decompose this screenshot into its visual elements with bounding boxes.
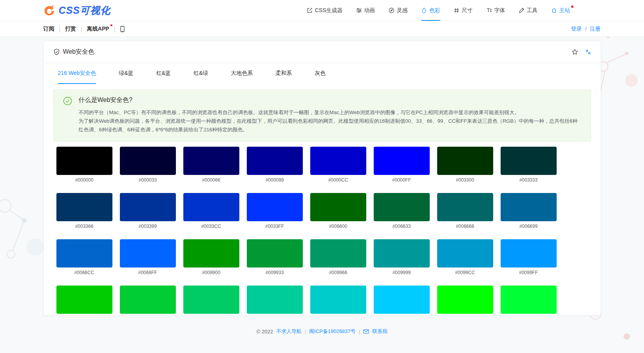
nav-item-tool[interactable]: 工具 <box>519 0 538 21</box>
tab-3[interactable]: 红&绿 <box>194 70 208 84</box>
color-hex-label: #003399 <box>120 224 176 229</box>
footer-separator: | <box>305 329 306 335</box>
color-swatch[interactable] <box>374 286 430 314</box>
main-nav: CSS生成器动画灵感色彩尺寸字体工具主站 <box>307 0 570 21</box>
color-hex-label: #0099CC <box>437 270 493 275</box>
nav-item-animation[interactable]: 动画 <box>356 0 375 21</box>
color-swatch[interactable] <box>120 239 176 267</box>
color-hex-label: #000066 <box>183 177 239 183</box>
nav-item-label: 字体 <box>494 7 505 14</box>
color-swatch[interactable] <box>310 147 366 175</box>
color-item: #00CCFF <box>374 286 430 315</box>
nav-item-edit[interactable]: CSS生成器 <box>307 0 343 21</box>
color-item: #003333 <box>501 147 557 183</box>
color-swatch[interactable] <box>247 239 303 267</box>
color-swatch[interactable] <box>247 286 303 314</box>
badge-icon <box>53 49 60 55</box>
color-swatch[interactable] <box>501 239 557 267</box>
nav-item-inspiration[interactable]: 灵感 <box>389 0 408 21</box>
color-swatch[interactable] <box>374 147 430 175</box>
color-swatch[interactable] <box>310 286 366 314</box>
color-item: #009900 <box>183 239 239 275</box>
inspiration-icon <box>389 7 394 13</box>
color-swatch[interactable] <box>56 193 112 221</box>
tab-1[interactable]: 绿&蓝 <box>119 70 133 84</box>
background-decoration-left <box>0 165 47 282</box>
color-swatch[interactable] <box>247 147 303 175</box>
color-swatch[interactable] <box>374 239 430 267</box>
color-swatch[interactable] <box>310 239 366 267</box>
color-hex-label: #0033CC <box>183 224 239 229</box>
star-icon[interactable] <box>572 49 578 55</box>
separator: | <box>114 26 116 32</box>
subheader-link-0[interactable]: 订阅 <box>43 25 54 33</box>
tab-6[interactable]: 灰色 <box>315 70 326 84</box>
nav-item-home[interactable]: 主站 <box>551 0 570 21</box>
color-swatch[interactable] <box>501 147 557 175</box>
color-swatch[interactable] <box>437 239 493 267</box>
color-swatch[interactable] <box>56 239 112 267</box>
color-item: #009999 <box>374 239 430 275</box>
color-swatch[interactable] <box>56 286 112 314</box>
subheader-link-1[interactable]: 打赏 <box>65 25 76 33</box>
color-swatch[interactable] <box>501 286 557 314</box>
info-title: 什么是Web安全色? <box>79 96 582 104</box>
color-swatch[interactable] <box>120 147 176 175</box>
size-icon <box>454 7 459 13</box>
footer-separator-2: | <box>359 329 360 335</box>
color-swatch[interactable] <box>120 286 176 314</box>
color-hex-label: #006600 <box>310 224 366 229</box>
contact-link[interactable]: 联系我 <box>372 328 387 335</box>
color-item: #00FF33 <box>501 286 557 315</box>
color-grid: #000000#000033#000066#000099#0000CC#0000… <box>56 147 588 315</box>
color-swatch[interactable] <box>437 286 493 314</box>
login-link[interactable]: 登录 <box>571 25 582 33</box>
color-item: #0000CC <box>310 147 366 183</box>
color-swatch[interactable] <box>183 193 239 221</box>
color-hex-label: #003366 <box>56 224 112 229</box>
tab-5[interactable]: 柔和系 <box>275 70 292 84</box>
color-hex-label: #003333 <box>501 177 557 183</box>
notification-dot <box>110 24 112 26</box>
nav-item-label: 主站 <box>559 7 570 14</box>
nav-item-font[interactable]: 字体 <box>486 0 505 21</box>
site-link[interactable]: 不求人导航 <box>276 328 302 335</box>
color-swatch[interactable] <box>183 147 239 175</box>
nav-item-palette[interactable]: 色彩 <box>421 0 440 21</box>
icp-link[interactable]: 闽ICP备19026837号 <box>309 328 356 335</box>
tab-4[interactable]: 大地色系 <box>231 70 253 84</box>
site-logo[interactable]: CSS可视化 <box>43 4 110 17</box>
color-swatch[interactable] <box>437 147 493 175</box>
color-hex-label: #0066CC <box>56 270 112 275</box>
color-item: #009966 <box>310 239 366 275</box>
color-item: #0066CC <box>56 239 112 275</box>
color-swatch[interactable] <box>374 193 430 221</box>
color-swatch[interactable] <box>183 286 239 314</box>
tab-0[interactable]: 216 Web安全色 <box>58 70 96 84</box>
nav-item-label: 色彩 <box>429 7 440 14</box>
auth-separator: / <box>585 26 587 32</box>
nav-item-size[interactable]: 尺寸 <box>454 0 473 21</box>
color-swatch[interactable] <box>247 193 303 221</box>
subheader-link-2[interactable]: 离线APP <box>87 25 109 33</box>
color-swatch[interactable] <box>183 239 239 267</box>
phone-icon[interactable] <box>120 26 125 32</box>
register-link[interactable]: 注册 <box>590 25 601 33</box>
color-item: #006699 <box>501 193 557 229</box>
color-item: #00CC99 <box>247 286 303 315</box>
color-item: #006633 <box>374 193 430 229</box>
color-hex-label: #0066FF <box>120 270 176 275</box>
card-actions <box>572 49 591 55</box>
tab-2[interactable]: 红&蓝 <box>156 70 171 84</box>
nav-item-label: 动画 <box>364 7 375 14</box>
collapse-icon[interactable] <box>585 49 591 55</box>
fox-logo-icon <box>43 5 55 16</box>
color-item: #0033FF <box>247 193 303 229</box>
color-item: #000066 <box>183 147 239 183</box>
color-swatch[interactable] <box>120 193 176 221</box>
color-swatch[interactable] <box>437 193 493 221</box>
color-hex-label: #003300 <box>437 177 493 183</box>
color-swatch[interactable] <box>56 147 112 175</box>
color-swatch[interactable] <box>310 193 366 221</box>
color-swatch[interactable] <box>501 193 557 221</box>
